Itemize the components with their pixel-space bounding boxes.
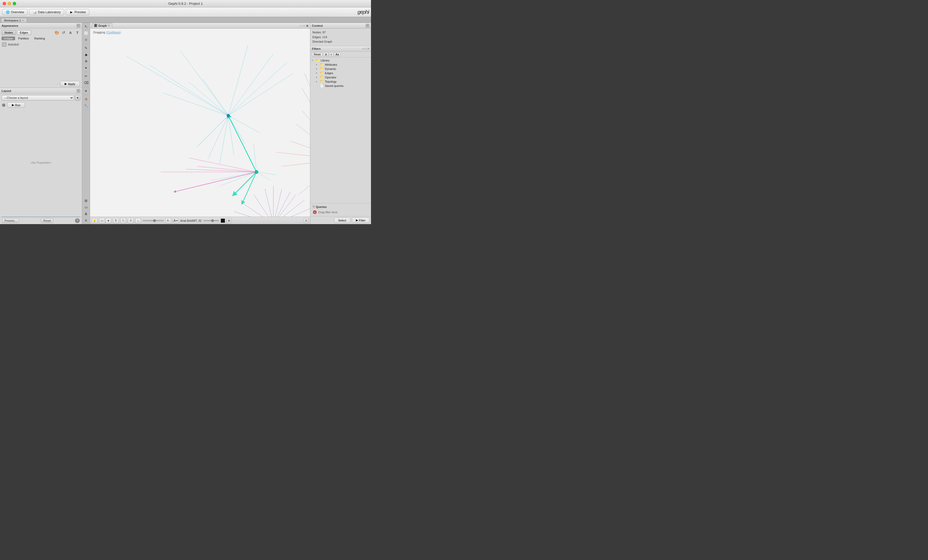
run-button[interactable]: ▶ Run: [8, 102, 25, 108]
maximize-graph-icon[interactable]: ▣: [306, 24, 308, 27]
settings-tool[interactable]: ⚙: [83, 96, 89, 102]
screenshot-btn[interactable]: ⊞: [227, 218, 231, 223]
text-color-box[interactable]: [221, 218, 225, 223]
workspace-tab-close[interactable]: ✕: [22, 19, 24, 22]
pen-tool[interactable]: ✏: [83, 73, 89, 79]
rect-select-tool[interactable]: ⬜: [83, 30, 89, 36]
fit-view-btn[interactable]: ⊡: [304, 218, 308, 223]
cross-btn[interactable]: ✕: [128, 218, 134, 223]
svg-line-68: [265, 189, 273, 217]
font-smaller-btn[interactable]: A-: [165, 218, 171, 223]
lasso-tool[interactable]: ⊙: [83, 37, 89, 43]
partition-subtab[interactable]: Partition: [16, 37, 31, 40]
close-button[interactable]: [3, 2, 6, 5]
light-bulb-btn[interactable]: 💡: [92, 218, 98, 223]
filters-reset-btn[interactable]: Reset: [312, 52, 322, 56]
minimize-button[interactable]: [8, 2, 11, 5]
tree-item-saved-queries[interactable]: 📄 Saved queries: [310, 84, 371, 88]
unique-subtab[interactable]: Unique: [2, 37, 15, 40]
left-panel: Appearance × Nodes Edges 🎨 ↺ A T Unique …: [0, 23, 82, 224]
drag-filter-icon: ●: [313, 211, 317, 214]
appearance-close[interactable]: ×: [76, 24, 80, 27]
layout-close[interactable]: ×: [76, 89, 80, 93]
toolbar-separator-5: [84, 110, 89, 110]
tree-item-topology[interactable]: ▸ 📁 Topology: [310, 79, 371, 84]
data-laboratory-button[interactable]: 📊 Data Laboratory: [29, 9, 64, 15]
graph-tab-close[interactable]: ✕: [108, 24, 110, 27]
color-swatch[interactable]: [2, 43, 6, 47]
ranking-subtab[interactable]: Ranking: [32, 37, 47, 40]
window-controls[interactable]: [3, 2, 16, 5]
graph-tab[interactable]: 🕸 Graph ✕: [92, 23, 112, 28]
dynamic-label: Dynamic: [325, 67, 336, 70]
svg-line-69: [253, 194, 273, 217]
filters-maximize[interactable]: □: [365, 47, 367, 50]
filter-button[interactable]: ▶ Filter: [352, 217, 369, 223]
svg-line-29: [304, 73, 310, 159]
context-close[interactable]: ×: [366, 24, 369, 27]
cursor-btn[interactable]: ↖: [120, 218, 126, 223]
minimize-graph-icon[interactable]: —: [300, 24, 302, 27]
grid-tool[interactable]: ⊞: [83, 197, 89, 204]
palette-icon[interactable]: 🎨: [54, 30, 60, 35]
refresh-icon[interactable]: ↺: [61, 30, 67, 35]
configure-link[interactable]: (Configure): [106, 31, 121, 34]
rectangle-view-btn[interactable]: ▭: [99, 218, 105, 223]
drag-hint-label: Drag filter here: [318, 211, 337, 214]
svg-point-74: [255, 170, 258, 174]
paint-tool[interactable]: ◆: [83, 51, 89, 58]
text-tool-a[interactable]: A: [83, 211, 89, 217]
filters-minimize[interactable]: —: [362, 47, 365, 50]
svg-line-47: [299, 159, 310, 194]
font-size-thumb[interactable]: [211, 219, 214, 222]
node-tool[interactable]: ⊕: [83, 58, 89, 64]
zoom-slider-thumb[interactable]: [153, 219, 156, 222]
restore-graph-icon[interactable]: □: [304, 24, 305, 27]
wrench-tool[interactable]: 🔧: [83, 102, 89, 109]
filter-detail-btn[interactable]: Aa: [334, 52, 340, 56]
overview-button[interactable]: 🌐 Overview: [2, 9, 27, 15]
preview-button[interactable]: ▶ Preview: [66, 9, 89, 15]
tree-item-operator[interactable]: ▸ 📁 Operator: [310, 75, 371, 79]
tree-item-edges[interactable]: ▸ 📁 Edges: [310, 71, 371, 75]
font-larger-btn[interactable]: A+: [173, 218, 179, 223]
tree-item-library[interactable]: ▸ 📁 Library: [310, 58, 371, 63]
resize-btn[interactable]: ↕: [135, 218, 141, 223]
filter-view-btns: ⊞ ≡ Aa: [323, 52, 340, 56]
font-icon[interactable]: A: [67, 30, 73, 35]
svg-line-27: [186, 169, 256, 172]
font-size-slider[interactable]: [203, 220, 219, 221]
help-button[interactable]: ?: [75, 218, 80, 223]
reset-layout-button[interactable]: Reset: [41, 218, 53, 223]
maximize-button[interactable]: [13, 2, 16, 5]
text-tool-b[interactable]: A: [83, 217, 89, 224]
layout-dropdown-arrow[interactable]: ▼: [75, 95, 80, 101]
layout-select[interactable]: ---Choose a layout: [2, 95, 74, 101]
layout-section: Layout × ---Choose a layout ▼ ▶ Run <No …: [0, 88, 82, 224]
filter-icon-btn[interactable]: ⊞: [323, 52, 328, 56]
text-btn[interactable]: T: [113, 218, 119, 223]
edges-tab[interactable]: Edges: [17, 30, 31, 35]
filters-close[interactable]: ✕: [367, 47, 369, 50]
workspace-tab[interactable]: Workspace 1 ✕: [1, 18, 27, 23]
zoom-slider[interactable]: [143, 220, 164, 221]
brush-tool[interactable]: ✎: [83, 45, 89, 51]
queries-header: ▽ Queries: [311, 204, 370, 209]
filter-list-btn[interactable]: ≡: [329, 52, 334, 56]
dropdown-view-btn[interactable]: ▼: [105, 218, 111, 223]
tree-item-dynamic[interactable]: ▸ 📁 Dynamic: [310, 67, 371, 71]
nodes-tab[interactable]: Nodes: [2, 30, 16, 35]
apply-button[interactable]: ▶ Apply: [60, 81, 80, 87]
rect-tool[interactable]: ▭: [83, 204, 89, 211]
airplane-tool[interactable]: ✈: [83, 88, 89, 94]
select-tool[interactable]: ↖: [83, 23, 89, 30]
presets-button[interactable]: Presets...: [2, 218, 19, 223]
bold-icon[interactable]: T: [75, 30, 80, 35]
graph-view[interactable]: Dragging (Configure): [90, 29, 310, 217]
graph-canvas[interactable]: [90, 29, 310, 217]
eraser-tool[interactable]: ⌫: [83, 79, 89, 86]
tree-item-attributes[interactable]: ▸ 📁 Attributes: [310, 63, 371, 67]
edge-tool[interactable]: ✦: [83, 65, 89, 71]
topology-folder-icon: 📁: [320, 80, 324, 84]
select-button[interactable]: Select: [334, 217, 350, 223]
